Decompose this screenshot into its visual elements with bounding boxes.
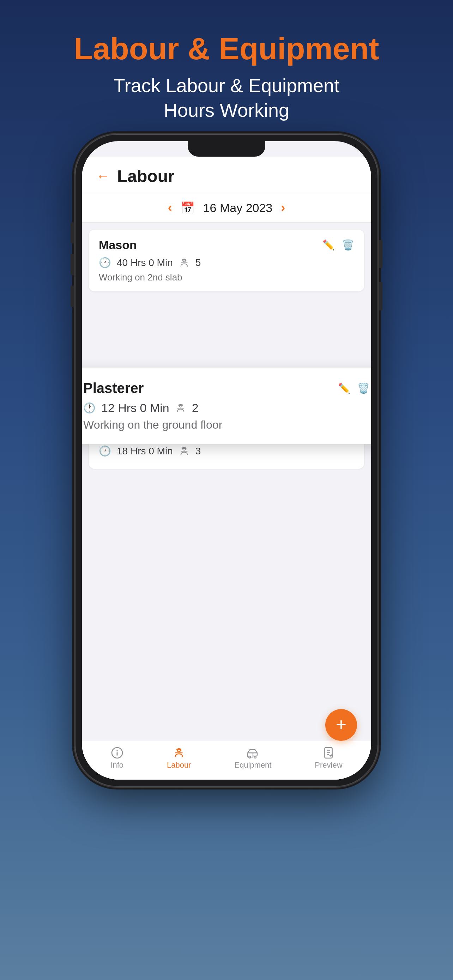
- tab-equipment-label: Equipment: [234, 760, 271, 770]
- carpenter-hours: 18 Hrs 0 Min: [117, 445, 173, 457]
- sub-title: Track Labour & Equipment Hours Working: [0, 73, 453, 123]
- plasterer-clock-icon: 🕐: [83, 402, 95, 414]
- nav-header: ← Labour: [82, 157, 371, 193]
- tab-preview-label: Preview: [315, 760, 342, 770]
- add-labour-fab[interactable]: +: [325, 709, 357, 741]
- preview-icon: [322, 746, 335, 759]
- svg-rect-17: [325, 748, 332, 758]
- plasterer-worker-icon: [175, 402, 186, 414]
- back-button[interactable]: ←: [96, 168, 110, 184]
- carpenter-clock-icon: 🕐: [99, 445, 111, 457]
- phone-screen: ← Labour ‹ 📅 16 May 2023 › Mason: [82, 141, 371, 780]
- tab-info[interactable]: Info: [110, 746, 124, 770]
- plasterer-card-name: Plasterer: [83, 380, 144, 396]
- mason-card: Mason ✏️ 🗑️ 🕐 40 Hrs 0 Min: [89, 230, 364, 291]
- info-icon: [111, 746, 124, 759]
- plasterer-delete-button[interactable]: 🗑️: [358, 382, 370, 394]
- plasterer-hours: 12 Hrs 0 Min: [101, 401, 169, 415]
- fab-plus-icon: +: [336, 716, 347, 734]
- mason-clock-icon: 🕐: [99, 257, 111, 269]
- mason-hours: 40 Hrs 0 Min: [117, 257, 173, 269]
- mason-edit-button[interactable]: ✏️: [323, 239, 335, 251]
- phone-mockup: ← Labour ‹ 📅 16 May 2023 › Mason: [75, 134, 378, 787]
- tab-bar: Info Labour: [82, 741, 371, 780]
- mason-card-name: Mason: [99, 238, 137, 252]
- next-date-button[interactable]: ›: [281, 200, 285, 215]
- selected-date: 16 May 2023: [203, 201, 273, 215]
- app-content: ← Labour ‹ 📅 16 May 2023 › Mason: [82, 157, 371, 780]
- plasterer-note: Working on the ground floor: [83, 418, 370, 431]
- tab-info-label: Info: [110, 760, 124, 770]
- mason-note: Working on 2nd slab: [99, 272, 354, 283]
- phone-frame: ← Labour ‹ 📅 16 May 2023 › Mason: [75, 134, 378, 787]
- mason-delete-button[interactable]: 🗑️: [342, 239, 354, 251]
- main-title: Labour & Equipment: [0, 32, 453, 66]
- mason-worker-icon: [178, 257, 190, 269]
- plasterer-card-floating: Plasterer ✏️ 🗑️ 🕐 12 Hrs 0 Min: [82, 368, 371, 444]
- tab-equipment[interactable]: Equipment: [234, 746, 271, 770]
- notch: [188, 141, 265, 157]
- svg-marker-14: [248, 749, 257, 753]
- date-bar: ‹ 📅 16 May 2023 ›: [82, 193, 371, 223]
- plasterer-edit-button[interactable]: ✏️: [338, 382, 350, 394]
- carpenter-workers: 3: [196, 445, 201, 457]
- prev-date-button[interactable]: ‹: [168, 200, 172, 215]
- tab-labour[interactable]: Labour: [167, 746, 191, 770]
- calendar-icon: 📅: [181, 201, 195, 215]
- tab-labour-label: Labour: [167, 760, 191, 770]
- labour-icon: [173, 746, 185, 759]
- carpenter-worker-icon: [178, 445, 190, 457]
- plasterer-workers: 2: [192, 401, 199, 415]
- mason-workers: 5: [196, 257, 201, 269]
- equipment-icon: [246, 746, 259, 759]
- tab-preview[interactable]: Preview: [315, 746, 342, 770]
- screen-title: Labour: [117, 167, 175, 186]
- list-content: Mason ✏️ 🗑️ 🕐 40 Hrs 0 Min: [82, 223, 371, 780]
